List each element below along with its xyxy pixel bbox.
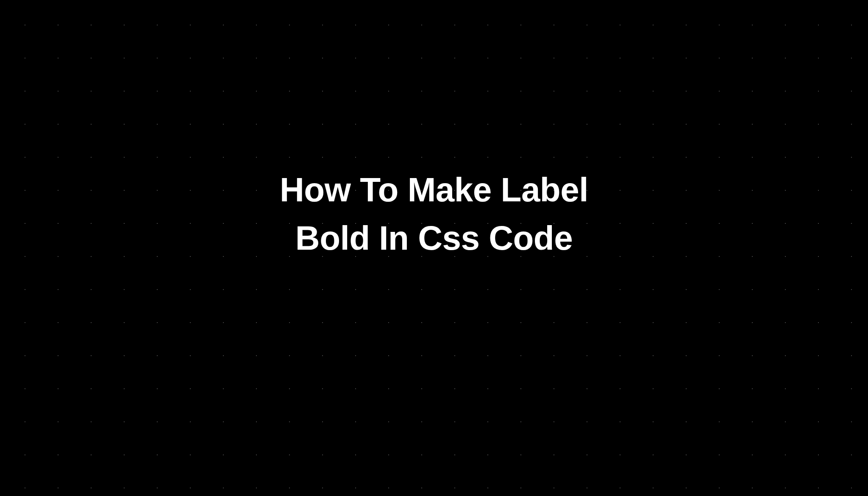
- title-line-2: Bold In Css Code: [295, 219, 573, 257]
- page-title: How To Make Label Bold In Css Code: [280, 166, 588, 262]
- title-container: How To Make Label Bold In Css Code: [280, 166, 588, 262]
- title-line-1: How To Make Label: [280, 171, 588, 209]
